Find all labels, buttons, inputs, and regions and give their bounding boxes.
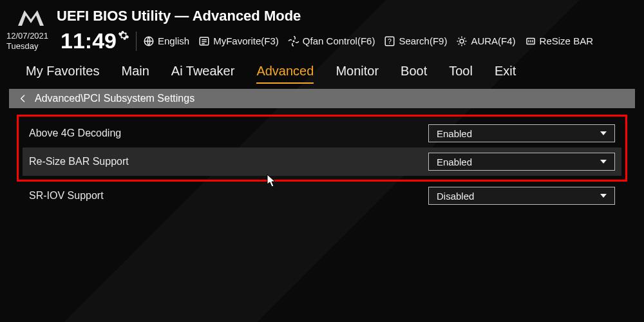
back-arrow-icon[interactable] (18, 93, 28, 104)
svg-text:?: ? (388, 37, 392, 44)
gear-icon[interactable] (118, 30, 129, 44)
tab-advanced[interactable]: Advanced (256, 64, 314, 84)
setting-label: Re-Size BAR Support (29, 156, 129, 167)
resize-icon (525, 35, 536, 47)
clock: 11:49 (61, 28, 129, 53)
language-label: English (158, 35, 189, 46)
language-button[interactable]: English (143, 35, 189, 47)
help-icon: ? (384, 35, 395, 47)
tab-ai-tweaker[interactable]: Ai Tweaker (171, 64, 235, 84)
breadcrumb-text: Advanced\PCI Subsystem Settings (35, 93, 194, 104)
setting-row-above-4g[interactable]: Above 4G Decoding Enabled (23, 119, 621, 147)
myfavorite-label: MyFavorite(F3) (213, 35, 279, 46)
setting-label: SR-IOV Support (29, 190, 104, 202)
highlight-box: Above 4G Decoding Enabled Re-Size BAR Su… (17, 115, 627, 182)
cursor-icon (267, 174, 277, 188)
select-value: Enabled (437, 156, 472, 167)
search-label: Search(F9) (399, 35, 447, 46)
chevron-down-icon (600, 131, 607, 135)
resizebar-button[interactable]: ReSize BAR (525, 35, 593, 47)
tab-exit[interactable]: Exit (495, 64, 516, 84)
select-value: Enabled (437, 128, 472, 139)
tab-tool[interactable]: Tool (449, 64, 473, 84)
tab-my-favorites[interactable]: My Favorites (26, 64, 99, 84)
fan-icon (288, 35, 299, 47)
date-text: 12/07/2021 (6, 31, 57, 41)
setting-row-sriov[interactable]: SR-IOV Support Disabled (17, 182, 627, 210)
aura-button[interactable]: AURA(F4) (456, 35, 515, 47)
day-text: Tuesday (6, 41, 57, 52)
tab-monitor[interactable]: Monitor (336, 64, 379, 84)
chevron-down-icon (600, 160, 607, 164)
search-button[interactable]: ? Search(F9) (384, 35, 447, 47)
globe-icon (143, 35, 155, 47)
app-title: UEFI BIOS Utility — Advanced Mode (57, 8, 301, 24)
tab-boot[interactable]: Boot (401, 64, 427, 84)
sun-icon (456, 35, 468, 47)
aura-label: AURA(F4) (471, 35, 515, 46)
select-value: Disabled (437, 191, 474, 202)
breadcrumb[interactable]: Advanced\PCI Subsystem Settings (9, 89, 635, 108)
qfan-label: Qfan Control(F6) (303, 35, 375, 46)
myfavorite-button[interactable]: MyFavorite(F3) (198, 35, 279, 47)
clock-time: 11:49 (61, 28, 117, 53)
svg-point-5 (460, 39, 464, 43)
setting-select-resize-bar[interactable]: Enabled (428, 153, 615, 171)
setting-select-sriov[interactable]: Disabled (428, 187, 615, 205)
qfan-button[interactable]: Qfan Control(F6) (288, 35, 375, 47)
setting-label: Above 4G Decoding (29, 128, 121, 139)
divider (136, 32, 137, 51)
main-tabs: My Favorites Main Ai Tweaker Advanced Mo… (0, 57, 644, 89)
setting-row-resize-bar[interactable]: Re-Size BAR Support Enabled (23, 147, 621, 176)
resizebar-label: ReSize BAR (540, 35, 593, 46)
chevron-down-icon (600, 194, 607, 198)
tab-main[interactable]: Main (121, 64, 149, 84)
list-icon (198, 35, 210, 47)
brand-logo (12, 6, 48, 31)
datetime-block: 12/07/2021 Tuesday (6, 31, 57, 51)
svg-point-2 (292, 40, 294, 42)
setting-select-above-4g[interactable]: Enabled (428, 124, 615, 142)
